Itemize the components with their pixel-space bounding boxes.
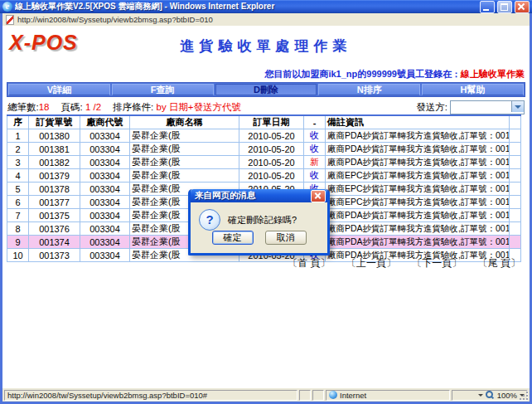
cell-vendor-code: 003304 bbox=[80, 183, 130, 196]
cell-remark: 廠商EPC抄貨訂單轉我方進貨驗收,訂單號：001377 bbox=[326, 196, 510, 209]
table-header-row: 序 訂貨單號 廠商代號 廠商名稱 訂單日期 - 備註資訊 bbox=[7, 115, 521, 129]
cell-seq: 7 bbox=[7, 209, 29, 222]
login-prefix: 您目前以加盟商 bbox=[264, 69, 328, 79]
cell-blank bbox=[510, 209, 521, 222]
cell-remark: 廠商PDA抄貨訂單轉我方進貨驗收,訂單號：001382 bbox=[326, 156, 510, 169]
cell-remark: 廠商EPC抄貨訂單轉我方進貨驗收,訂單號：001378 bbox=[326, 183, 510, 196]
column-header-vendor-code: 廠商代號 bbox=[80, 115, 130, 129]
last-page-link[interactable]: 〔尾 頁〕 bbox=[478, 257, 520, 269]
question-icon bbox=[199, 209, 220, 231]
column-header-vendor-name: 廠商名稱 bbox=[130, 115, 239, 129]
login-info: 您目前以加盟商ik1_np的999999號員工登錄在：線上驗收單作業 bbox=[264, 68, 525, 80]
page-number-value: 1 /2 bbox=[85, 102, 101, 112]
toolbar: V詳細 F查詢 D刪除 N排序 H幫助 bbox=[7, 82, 525, 97]
maximize-button[interactable] bbox=[497, 1, 512, 13]
cell-vendor-name: 晏群企業(股 bbox=[130, 129, 239, 143]
total-count: 總筆數:18 bbox=[7, 101, 50, 114]
dialog-message: 確定刪除記錄嗎? bbox=[228, 214, 297, 226]
status-panel-spacer2 bbox=[312, 390, 324, 401]
cell-status: 新 bbox=[304, 156, 326, 169]
sender-label: 發送方: bbox=[416, 101, 447, 114]
login-employee: 999999 bbox=[366, 69, 397, 79]
address-url[interactable]: http://win2008/tw/Syssetup/viewb2bmsg.as… bbox=[17, 15, 213, 24]
cell-remark: 廠商EPC抄貨訂單轉我方進貨驗收,訂單號：001379 bbox=[326, 169, 510, 183]
cell-blank bbox=[510, 196, 521, 209]
status-url-panel: http://win2008/tw/Syssetup/viewb2bmsg.as… bbox=[4, 390, 297, 401]
table-row[interactable]: 1001380003304晏群企業(股2010-05-20收廠商PDA抄貨訂單轉… bbox=[7, 129, 521, 143]
sender-dropdown[interactable] bbox=[450, 100, 525, 114]
column-header-seq: 序 bbox=[7, 115, 29, 129]
help-button[interactable]: H幫助 bbox=[422, 84, 524, 95]
table-row[interactable]: 4001379003304晏群企業(股2010-05-20收廠商EPC抄貨訂單轉… bbox=[7, 169, 521, 183]
chevron-down-icon[interactable] bbox=[511, 101, 524, 112]
cell-order-no: 001380 bbox=[29, 129, 80, 143]
close-button[interactable] bbox=[515, 1, 530, 13]
dialog-body: 確定刪除記錄嗎? 確定 取消 bbox=[191, 202, 327, 251]
query-button[interactable]: F查詢 bbox=[112, 84, 214, 95]
table-row[interactable]: 3001382003304晏群企業(股2010-05-20新廠商PDA抄貨訂單轉… bbox=[7, 156, 521, 169]
cell-blank bbox=[510, 183, 521, 196]
login-suffix: 號員工登錄在： bbox=[397, 69, 461, 79]
page-icon bbox=[6, 15, 14, 25]
address-bar: http://win2008/tw/Syssetup/viewb2bmsg.as… bbox=[2, 13, 530, 27]
sort-condition: 排序條件: by 日期+發送方代號 bbox=[113, 101, 241, 114]
cell-status: 收 bbox=[304, 129, 326, 143]
column-header-remark: 備註資訊 bbox=[326, 115, 510, 129]
internet-explorer-icon: e bbox=[2, 2, 12, 12]
cell-vendor-code: 003304 bbox=[80, 196, 130, 209]
cell-vendor-name: 晏群企業(股 bbox=[130, 156, 239, 169]
cell-order-date: 2010-05-20 bbox=[239, 169, 304, 183]
sort-condition-value: by 日期+發送方代號 bbox=[157, 102, 242, 112]
login-merchant: ik1_np bbox=[328, 69, 357, 79]
cell-order-no: 001376 bbox=[29, 222, 80, 236]
status-panel-spacer1 bbox=[299, 390, 311, 401]
cell-blank bbox=[510, 236, 521, 249]
page-number-label: 頁碼: bbox=[61, 102, 83, 112]
chevron-down-icon[interactable] bbox=[478, 394, 483, 399]
delete-button[interactable]: D刪除 bbox=[215, 84, 317, 95]
title-bar: e 線上驗收單作業V2.5[XPOS 雲端商務網] - Windows Inte… bbox=[0, 0, 532, 13]
info-bar: 總筆數:18 頁碼: 1 /2 排序條件: by 日期+發送方代號 發送方: bbox=[7, 100, 525, 114]
dialog-title-bar: 来自网页的消息 bbox=[191, 189, 327, 202]
cell-remark: 廠商PDA抄貨訂單轉我方進貨驗收,訂單號：001374 bbox=[326, 236, 510, 249]
cell-seq: 1 bbox=[7, 129, 29, 143]
dialog-buttons: 確定 取消 bbox=[191, 231, 327, 245]
page-title: 進貨驗收單處理作業 bbox=[2, 37, 530, 56]
next-page-link[interactable]: 〔下一頁〕 bbox=[412, 257, 462, 269]
login-location: 線上驗收單作業 bbox=[461, 69, 525, 79]
sort-condition-label: 排序條件: bbox=[113, 102, 153, 112]
zoom-level[interactable]: 100% bbox=[497, 391, 517, 400]
ok-button[interactable]: 確定 bbox=[212, 231, 254, 245]
cell-order-no: 001375 bbox=[29, 209, 80, 222]
cell-order-date: 2010-05-20 bbox=[239, 143, 304, 156]
cell-remark: 廠商PDA抄貨訂單轉我方進貨驗收,訂單號：001380 bbox=[326, 129, 510, 143]
cell-order-no: 001379 bbox=[29, 169, 80, 183]
sort-button[interactable]: N排序 bbox=[318, 84, 420, 95]
prev-page-link[interactable]: 〔上一頁〕 bbox=[346, 257, 396, 269]
cancel-button[interactable]: 取消 bbox=[265, 231, 307, 245]
resize-grip[interactable] bbox=[519, 391, 529, 401]
cell-vendor-code: 003304 bbox=[80, 143, 130, 156]
cell-order-no: 001374 bbox=[29, 236, 80, 249]
cell-vendor-code: 003304 bbox=[80, 222, 130, 236]
minimize-button[interactable] bbox=[480, 1, 495, 13]
magnifier-icon bbox=[486, 391, 495, 400]
window-title: 線上驗收單作業V2.5[XPOS 雲端商務網] - Windows Intern… bbox=[15, 1, 477, 12]
pagination: 〔首 頁〕 〔上一頁〕 〔下一頁〕 〔尾 頁〕 bbox=[7, 256, 520, 270]
total-count-value: 18 bbox=[39, 102, 50, 112]
total-count-label: 總筆數: bbox=[7, 102, 39, 112]
cell-seq: 8 bbox=[7, 222, 29, 236]
globe-icon bbox=[329, 391, 337, 399]
page-number: 頁碼: 1 /2 bbox=[61, 101, 102, 114]
cell-seq: 2 bbox=[7, 143, 29, 156]
browser-window: e 線上驗收單作業V2.5[XPOS 雲端商務網] - Windows Inte… bbox=[0, 0, 532, 404]
first-page-link[interactable]: 〔首 頁〕 bbox=[288, 257, 330, 269]
detail-button[interactable]: V詳細 bbox=[8, 84, 110, 95]
cell-order-no: 001378 bbox=[29, 183, 80, 196]
column-header-order-date: 訂單日期 bbox=[239, 115, 304, 129]
cell-seq: 3 bbox=[7, 156, 29, 169]
dialog-close-icon[interactable] bbox=[311, 190, 326, 202]
column-header-blank bbox=[510, 115, 521, 129]
table-row[interactable]: 2001381003304晏群企業(股2010-05-20收廠商PDA抄貨訂單轉… bbox=[7, 143, 521, 156]
cell-vendor-name: 晏群企業(股 bbox=[130, 143, 239, 156]
